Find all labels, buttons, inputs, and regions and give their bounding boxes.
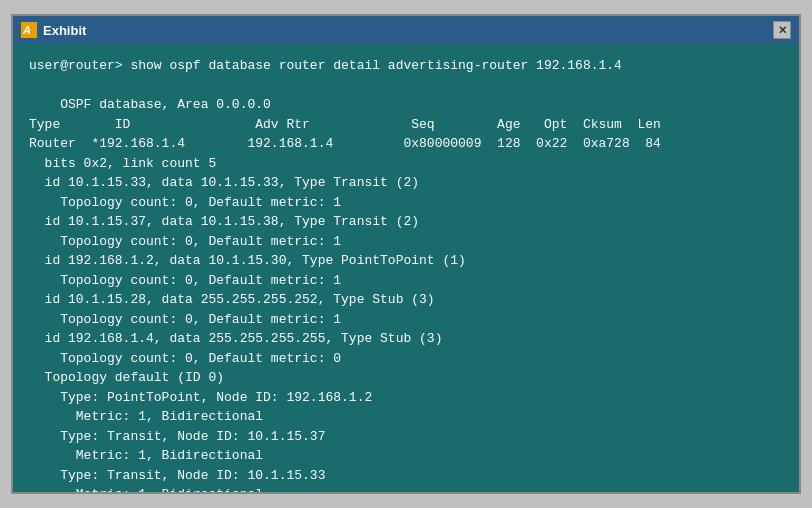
title-bar: A Exhibit ✕: [13, 16, 799, 44]
app-icon: A: [21, 22, 37, 38]
svg-text:A: A: [22, 24, 31, 36]
terminal-content: user@router> show ospf database router d…: [13, 44, 799, 492]
terminal-output: OSPF database, Area 0.0.0.0 Type ID Adv …: [29, 76, 783, 493]
title-bar-left: A Exhibit: [21, 22, 86, 38]
command-line: user@router> show ospf database router d…: [29, 56, 783, 76]
window-title: Exhibit: [43, 23, 86, 38]
close-button[interactable]: ✕: [773, 21, 791, 39]
exhibit-window: A Exhibit ✕ user@router> show ospf datab…: [11, 14, 801, 494]
